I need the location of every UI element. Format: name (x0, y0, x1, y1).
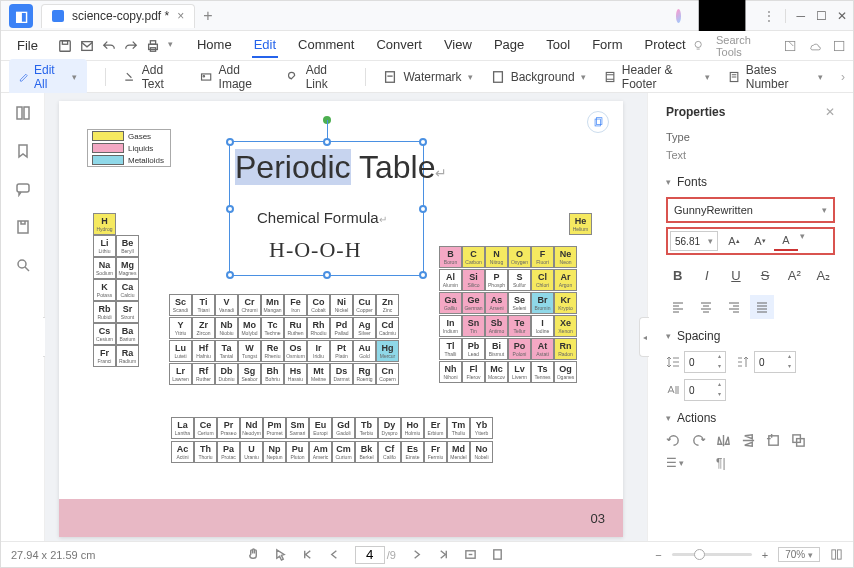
element-Cm[interactable]: CmCurium (332, 441, 355, 463)
element-Ca[interactable]: CaCalciu (116, 279, 139, 301)
element-Mc[interactable]: McMoscov (485, 361, 508, 383)
element-F[interactable]: FFluori (531, 246, 554, 268)
element-Cd[interactable]: CdCadmiu (376, 317, 399, 339)
edit-all-button[interactable]: Edit All▾ (9, 59, 87, 95)
element-Eu[interactable]: EuEuropi (309, 417, 332, 439)
element-Ce[interactable]: CeCerium (194, 417, 217, 439)
fonts-section-header[interactable]: Fonts (666, 175, 835, 189)
element-Co[interactable]: CoCobalt (307, 294, 330, 316)
element-Sm[interactable]: SmSamari (286, 417, 309, 439)
document-subtitle[interactable]: Chemical Formula↵ (257, 209, 387, 227)
close-panel-icon[interactable]: ✕ (825, 105, 835, 119)
element-Hg[interactable]: HgMercur (376, 340, 399, 362)
element-Si[interactable]: SiSilico (462, 269, 485, 291)
element-Dy[interactable]: DyDyspro (378, 417, 401, 439)
superscript-button[interactable]: A² (783, 263, 806, 287)
element-Fl[interactable]: FlFlerov (462, 361, 485, 383)
element-As[interactable]: AsArseni (485, 292, 508, 314)
para-spacing-input[interactable]: 0▴▾ (754, 351, 796, 373)
element-He[interactable]: HeHelium (569, 213, 592, 235)
element-N[interactable]: NNitrog (485, 246, 508, 268)
element-Sg[interactable]: SgSeabor (238, 363, 261, 385)
copy-badge-icon[interactable] (587, 111, 609, 133)
document-title[interactable]: Periodic Table↵ (235, 149, 447, 186)
element-Rf[interactable]: RfRuther (192, 363, 215, 385)
search-icon[interactable] (15, 257, 31, 273)
element-Og[interactable]: OgOganes (554, 361, 577, 383)
element-Rh[interactable]: RhRhodiu (307, 317, 330, 339)
element-Yb[interactable]: YbYtterb (470, 417, 493, 439)
menu-page[interactable]: Page (492, 33, 526, 58)
kebab-icon[interactable]: ⋮ (763, 9, 775, 23)
element-Br[interactable]: BrBromin (531, 292, 554, 314)
strikethrough-button[interactable]: S (754, 263, 777, 287)
element-Db[interactable]: DbDubniu (215, 363, 238, 385)
element-Am[interactable]: AmAmeric (309, 441, 332, 463)
expand-icon[interactable] (833, 39, 845, 53)
element-Lu[interactable]: LuLuteti (169, 340, 192, 362)
element-Nh[interactable]: NhNihoni (439, 361, 462, 383)
element-Fr[interactable]: FrFermiu (424, 441, 447, 463)
element-S[interactable]: SSulfur (508, 269, 531, 291)
element-Pd[interactable]: PdPallad (330, 317, 353, 339)
element-Cr[interactable]: CrChromi (238, 294, 261, 316)
element-Ra[interactable]: RaRadium (116, 345, 139, 367)
element-Mn[interactable]: MnMangan (261, 294, 284, 316)
tool-watermark[interactable]: Watermark▾ (383, 70, 472, 84)
element-Ne[interactable]: NeNeon (554, 246, 577, 268)
element-V[interactable]: VVanadi (215, 294, 238, 316)
list-style-button[interactable]: ☰▾ (666, 456, 684, 470)
zoom-in-button[interactable]: + (762, 549, 768, 561)
element-Zn[interactable]: ZnZinc (376, 294, 399, 316)
element-Sr[interactable]: SrStront (116, 301, 139, 323)
element-Ti[interactable]: TiTitani (192, 294, 215, 316)
element-No[interactable]: NoNobeli (470, 441, 493, 463)
element-Cu[interactable]: CuCopper (353, 294, 376, 316)
element-Kr[interactable]: KrKrypto (554, 292, 577, 314)
element-Cs[interactable]: CsCesium (93, 323, 116, 345)
align-center-button[interactable] (694, 295, 718, 319)
element-Tb[interactable]: TbTerbiu (355, 417, 378, 439)
element-Er[interactable]: ErErbium (424, 417, 447, 439)
element-Pm[interactable]: PmPromet (263, 417, 286, 439)
maximize-button[interactable]: ☐ (816, 2, 827, 30)
cloud-icon[interactable] (808, 39, 820, 53)
element-Ba[interactable]: BaBarium (116, 323, 139, 345)
font-size-input[interactable]: 56.81▾ (670, 231, 718, 251)
print-icon[interactable] (146, 39, 160, 53)
menu-tool[interactable]: Tool (544, 33, 572, 58)
element-Cf[interactable]: CfCalifo (378, 441, 401, 463)
file-menu[interactable]: File (9, 34, 46, 57)
element-In[interactable]: InIndium (439, 315, 462, 337)
menu-convert[interactable]: Convert (374, 33, 424, 58)
element-H[interactable]: HHydrog (93, 213, 116, 235)
save-icon[interactable] (58, 39, 72, 53)
comments-icon[interactable] (15, 181, 31, 197)
element-Pr[interactable]: PrPraseo (217, 417, 240, 439)
element-Lr[interactable]: LrLawren (169, 363, 192, 385)
element-Bi[interactable]: BiBismut (485, 338, 508, 360)
bulb-icon[interactable] (692, 39, 704, 53)
flip-v-icon[interactable] (741, 433, 756, 448)
element-W[interactable]: WTungst (238, 340, 261, 362)
element-Xe[interactable]: XeXenon (554, 315, 577, 337)
close-tab-icon[interactable]: × (177, 9, 184, 23)
menu-edit[interactable]: Edit (252, 33, 278, 58)
element-Np[interactable]: NpNeptun (263, 441, 286, 463)
element-Tl[interactable]: TlThalli (439, 338, 462, 360)
element-Pa[interactable]: PaProtac (217, 441, 240, 463)
tool-background[interactable]: Background▾ (491, 70, 586, 84)
element-Fr[interactable]: FrFranci (93, 345, 116, 367)
select-tool-icon[interactable] (274, 548, 287, 561)
element-Y[interactable]: YYttriu (169, 317, 192, 339)
element-Cl[interactable]: ClChlori (531, 269, 554, 291)
italic-button[interactable]: I (695, 263, 718, 287)
bookmarks-icon[interactable] (15, 143, 31, 159)
element-U[interactable]: UUraniu (240, 441, 263, 463)
share-icon[interactable] (784, 39, 796, 53)
expand-right-handle[interactable]: ◂ (639, 317, 649, 357)
element-Ru[interactable]: RuRuthen (284, 317, 307, 339)
element-Mt[interactable]: MtMeitne (307, 363, 330, 385)
attachments-icon[interactable] (15, 219, 31, 235)
subscript-button[interactable]: A₂ (812, 263, 835, 287)
